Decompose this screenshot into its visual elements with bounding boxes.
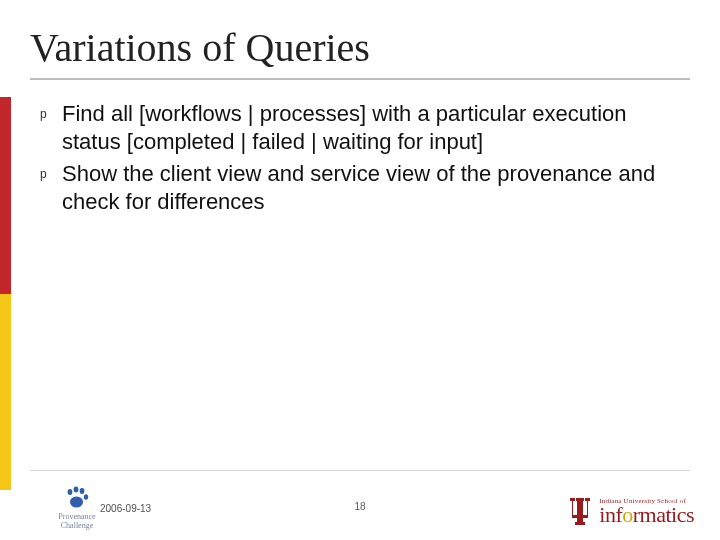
body-content: p Find all [workflows | processes] with … [40, 100, 680, 220]
iu-trident-icon [567, 494, 593, 528]
bullet-text: Show the client view and service view of… [62, 160, 680, 216]
footer-divider [30, 470, 690, 471]
svg-point-1 [74, 487, 79, 493]
accent-stripe [0, 97, 11, 490]
informatics-text: informatics [599, 505, 694, 525]
svg-point-3 [84, 494, 88, 500]
svg-point-0 [68, 489, 73, 495]
svg-point-4 [70, 497, 83, 508]
bullet-text: Find all [workflows | processes] with a … [62, 100, 680, 156]
page-number: 18 [354, 501, 365, 512]
title-underline [30, 78, 690, 80]
provenance-text-2: Challenge [42, 521, 112, 530]
slide: Variations of Queries p Find all [workfl… [0, 0, 720, 540]
svg-point-2 [80, 488, 85, 494]
list-item: p Show the client view and service view … [40, 160, 680, 216]
wordmark-post: rmatics [633, 502, 694, 527]
slide-title: Variations of Queries [30, 24, 370, 71]
stripe-yellow [0, 294, 11, 491]
footer: Provenance Challenge 2006-09-13 18 India… [0, 470, 720, 534]
footer-date: 2006-09-13 [100, 503, 151, 514]
wordmark-o: o [622, 502, 633, 527]
bullet-marker: p [40, 100, 62, 128]
informatics-wordmark: Indiana University School of informatics [599, 497, 694, 525]
iu-logo-block: Indiana University School of informatics [567, 494, 694, 528]
list-item: p Find all [workflows | processes] with … [40, 100, 680, 156]
paw-icon [64, 486, 90, 510]
wordmark-pre: inf [599, 502, 622, 527]
bullet-marker: p [40, 160, 62, 188]
stripe-red [0, 97, 11, 294]
